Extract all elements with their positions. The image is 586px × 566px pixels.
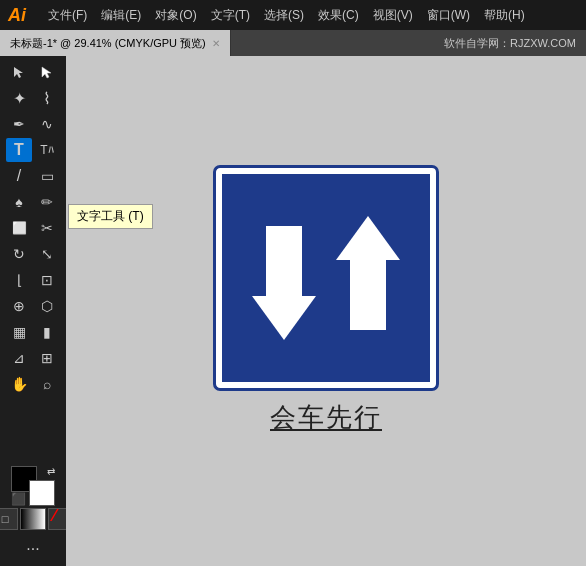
zoom-tool[interactable]: ⌕ xyxy=(34,372,60,396)
gradient-swatch[interactable] xyxy=(20,508,46,530)
tool-row-3: ✒ ∿ xyxy=(0,112,66,136)
pen-tool[interactable]: ✒ xyxy=(6,112,32,136)
active-tab-label: 未标题-1* @ 29.41% (CMYK/GPU 预览) xyxy=(10,36,206,51)
more-tools-button[interactable]: ··· xyxy=(26,540,39,562)
toolbar: ✦ ⌇ ✒ ∿ T Tﾊ / ▭ ♠ ✏ ⬜ ✂ ↻ ⤡ ⌊ ⊡ xyxy=(0,56,66,566)
tool-row-8: ↻ ⤡ xyxy=(0,242,66,266)
menu-file[interactable]: 文件(F) xyxy=(42,5,93,26)
free-transform-tool[interactable]: ⊡ xyxy=(34,268,60,292)
down-arrow-head xyxy=(252,296,316,340)
curvature-tool[interactable]: ∿ xyxy=(34,112,60,136)
lasso-tool[interactable]: ⌇ xyxy=(34,86,60,110)
menu-select[interactable]: 选择(S) xyxy=(258,5,310,26)
tool-row-11: ▦ ▮ xyxy=(0,320,66,344)
eraser-tool[interactable]: ⬜ xyxy=(6,216,32,240)
rectangle-tool[interactable]: ▭ xyxy=(34,164,60,188)
eyedropper-tool[interactable]: ⊿ xyxy=(6,346,32,370)
svg-marker-1 xyxy=(42,67,51,78)
tool-row-6: ♠ ✏ xyxy=(0,190,66,214)
column-chart-tool[interactable]: ▮ xyxy=(34,320,60,344)
menu-window[interactable]: 窗口(W) xyxy=(421,5,476,26)
menu-text[interactable]: 文字(T) xyxy=(205,5,256,26)
menu-view[interactable]: 视图(V) xyxy=(367,5,419,26)
down-arrow-shaft xyxy=(266,226,302,296)
touch-type-tool[interactable]: Tﾊ xyxy=(34,138,60,162)
tool-row-1 xyxy=(0,60,66,84)
tool-row-7: ⬜ ✂ xyxy=(0,216,66,240)
up-arrow xyxy=(336,216,400,330)
tool-row-9: ⌊ ⊡ xyxy=(0,268,66,292)
menu-object[interactable]: 对象(O) xyxy=(149,5,202,26)
color-swatches: ⇄ ⬛ xyxy=(11,466,55,506)
sign-label: 会车先行 xyxy=(270,400,382,435)
scissors-tool[interactable]: ✂ xyxy=(34,216,60,240)
tab-close-button[interactable]: ✕ xyxy=(212,38,220,49)
warp-tool[interactable]: ⌊ xyxy=(6,268,32,292)
tool-row-4: T Tﾊ xyxy=(0,138,66,162)
tab-bar: 未标题-1* @ 29.41% (CMYK/GPU 预览) ✕ 软件自学网：RJ… xyxy=(0,30,586,56)
up-arrow-shaft xyxy=(350,260,386,330)
tool-row-13: ✋ ⌕ xyxy=(0,372,66,396)
tool-row-12: ⊿ ⊞ xyxy=(0,346,66,370)
shape-builder-tool[interactable]: ⊕ xyxy=(6,294,32,318)
selection-tool[interactable] xyxy=(6,60,32,84)
main-layout: ✦ ⌇ ✒ ∿ T Tﾊ / ▭ ♠ ✏ ⬜ ✂ ↻ ⤡ ⌊ ⊡ xyxy=(0,56,586,566)
magic-wand-tool[interactable]: ✦ xyxy=(6,86,32,110)
up-arrow-head xyxy=(336,216,400,260)
reset-colors-icon[interactable]: ⬛ xyxy=(11,492,26,506)
title-bar: Ai 文件(F) 编辑(E) 对象(O) 文字(T) 选择(S) 效果(C) 视… xyxy=(0,0,586,30)
blend-tool[interactable]: ⊞ xyxy=(34,346,60,370)
color-mode-icon[interactable]: □ xyxy=(0,508,18,530)
menu-help[interactable]: 帮助(H) xyxy=(478,5,531,26)
tool-row-2: ✦ ⌇ xyxy=(0,86,66,110)
tool-row-5: / ▭ xyxy=(0,164,66,188)
background-color-swatch[interactable] xyxy=(29,480,55,506)
rotate-tool[interactable]: ↻ xyxy=(6,242,32,266)
menu-effect[interactable]: 效果(C) xyxy=(312,5,365,26)
scale-tool[interactable]: ⤡ xyxy=(34,242,60,266)
sign-container: 会车先行 xyxy=(216,168,436,435)
extra-tools: □ ∕ xyxy=(0,508,74,534)
menu-bar: 文件(F) 编辑(E) 对象(O) 文字(T) 选择(S) 效果(C) 视图(V… xyxy=(42,5,578,26)
chart-tool[interactable]: ▦ xyxy=(6,320,32,344)
direct-selection-tool[interactable] xyxy=(34,60,60,84)
app-logo: Ai xyxy=(8,5,36,26)
canvas-area: 会车先行 xyxy=(66,56,586,566)
active-tab[interactable]: 未标题-1* @ 29.41% (CMYK/GPU 预览) ✕ xyxy=(0,30,231,56)
down-arrow xyxy=(252,226,316,340)
link-tab-label: 软件自学网：RJZXW.COM xyxy=(444,36,576,51)
text-tool[interactable]: T xyxy=(6,138,32,162)
live-paint-tool[interactable]: ⬡ xyxy=(34,294,60,318)
tool-row-10: ⊕ ⬡ xyxy=(0,294,66,318)
pencil-tool[interactable]: ✏ xyxy=(34,190,60,214)
hand-tool[interactable]: ✋ xyxy=(6,372,32,396)
svg-marker-0 xyxy=(14,67,23,78)
link-tab[interactable]: 软件自学网：RJZXW.COM xyxy=(434,30,586,56)
paintbrush-tool[interactable]: ♠ xyxy=(6,190,32,214)
swap-colors-icon[interactable]: ⇄ xyxy=(47,466,55,477)
menu-edit[interactable]: 编辑(E) xyxy=(95,5,147,26)
line-tool[interactable]: / xyxy=(6,164,32,188)
road-sign xyxy=(216,168,436,388)
